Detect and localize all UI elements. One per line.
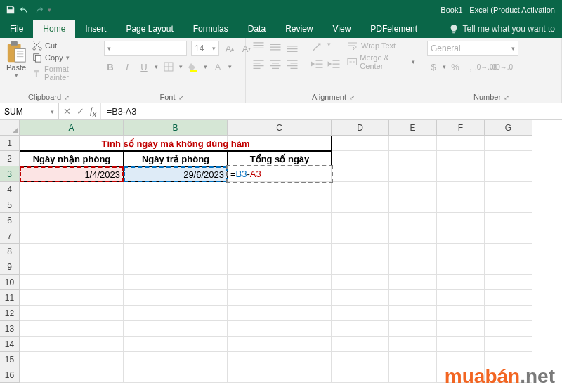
cell[interactable]: [228, 275, 332, 290]
row-header[interactable]: 7: [0, 228, 20, 244]
row-header[interactable]: 8: [0, 244, 20, 259]
align-center-icon[interactable]: [268, 58, 282, 70]
row-header[interactable]: 16: [0, 367, 20, 383]
column-header[interactable]: F: [437, 120, 485, 136]
cell[interactable]: [20, 259, 124, 275]
cell[interactable]: [332, 166, 389, 182]
row-header[interactable]: 14: [0, 337, 20, 352]
accounting-format-button[interactable]: $: [427, 60, 440, 73]
underline-button[interactable]: U: [138, 60, 150, 73]
cell-a3[interactable]: 1/4/2023: [20, 166, 124, 182]
cell[interactable]: [332, 136, 389, 151]
cell[interactable]: [437, 337, 485, 352]
cell[interactable]: [332, 213, 389, 228]
cell[interactable]: [485, 306, 532, 321]
tab-page-layout[interactable]: Page Layout: [116, 20, 183, 38]
cell[interactable]: [389, 367, 437, 383]
row-header[interactable]: 10: [0, 275, 20, 290]
row-header[interactable]: 3: [0, 166, 20, 182]
column-header[interactable]: A: [20, 120, 124, 136]
cell[interactable]: [437, 182, 485, 197]
increase-indent-icon[interactable]: [327, 58, 341, 70]
cell[interactable]: [332, 197, 389, 213]
cell[interactable]: [389, 306, 437, 321]
cell[interactable]: [389, 136, 437, 151]
cell[interactable]: [389, 182, 437, 197]
percent-format-button[interactable]: %: [449, 60, 462, 73]
cell[interactable]: [228, 367, 332, 383]
cell[interactable]: [437, 213, 485, 228]
decrease-indent-icon[interactable]: [311, 58, 325, 70]
cell[interactable]: [124, 228, 228, 244]
cell[interactable]: [228, 306, 332, 321]
cell[interactable]: [485, 197, 532, 213]
dialog-launcher-icon[interactable]: ⤢: [349, 93, 355, 101]
cell[interactable]: [20, 244, 124, 259]
cell-c3-editing[interactable]: =B3-A3: [228, 166, 332, 182]
cell[interactable]: [124, 259, 228, 275]
cell[interactable]: [332, 337, 389, 352]
cell[interactable]: [485, 259, 532, 275]
cell[interactable]: [124, 352, 228, 367]
cell[interactable]: [437, 228, 485, 244]
borders-button[interactable]: [162, 60, 175, 73]
column-header[interactable]: E: [389, 120, 437, 136]
tab-file[interactable]: File: [0, 20, 33, 38]
undo-icon[interactable]: [20, 5, 30, 15]
cell[interactable]: [437, 306, 485, 321]
align-top-icon[interactable]: [251, 41, 266, 53]
cell[interactable]: [332, 306, 389, 321]
cell[interactable]: [124, 290, 228, 306]
cell[interactable]: [332, 259, 389, 275]
dialog-launcher-icon[interactable]: ⤢: [178, 93, 184, 101]
cell[interactable]: [389, 337, 437, 352]
row-header[interactable]: 13: [0, 321, 20, 337]
tab-view[interactable]: View: [323, 20, 361, 38]
cell[interactable]: [437, 290, 485, 306]
cell[interactable]: [228, 228, 332, 244]
cell[interactable]: [124, 275, 228, 290]
cell[interactable]: [20, 306, 124, 321]
cell[interactable]: [485, 321, 532, 337]
cell[interactable]: [20, 228, 124, 244]
cell[interactable]: [389, 151, 437, 166]
name-box[interactable]: SUM▾: [0, 103, 59, 119]
cell[interactable]: [20, 197, 124, 213]
tab-pdfelement[interactable]: PDFelement: [360, 20, 427, 38]
cell[interactable]: [228, 352, 332, 367]
row-header[interactable]: 12: [0, 306, 20, 321]
cell[interactable]: [124, 337, 228, 352]
column-header[interactable]: B: [124, 120, 228, 136]
cell[interactable]: [437, 166, 485, 182]
cell[interactable]: [124, 367, 228, 383]
tab-formulas[interactable]: Formulas: [183, 20, 238, 38]
cell[interactable]: [332, 228, 389, 244]
cell[interactable]: [124, 213, 228, 228]
paste-button[interactable]: Paste ▾: [6, 41, 27, 91]
cell[interactable]: [485, 151, 532, 166]
header-cell[interactable]: Ngày trả phòng: [124, 151, 228, 166]
cell[interactable]: [20, 352, 124, 367]
cell[interactable]: [389, 197, 437, 213]
cell[interactable]: [485, 244, 532, 259]
header-cell[interactable]: Tổng số ngày: [228, 151, 332, 166]
column-header[interactable]: D: [332, 120, 389, 136]
cell[interactable]: [228, 337, 332, 352]
cell[interactable]: [332, 182, 389, 197]
cell[interactable]: [389, 352, 437, 367]
format-painter-button[interactable]: Format Painter: [32, 65, 92, 81]
row-header[interactable]: 5: [0, 197, 20, 213]
row-header[interactable]: 6: [0, 213, 20, 228]
cell[interactable]: [124, 306, 228, 321]
cell[interactable]: [20, 337, 124, 352]
tab-home[interactable]: Home: [33, 20, 75, 38]
cell-b3[interactable]: 29/6/2023: [124, 166, 228, 182]
formula-input[interactable]: =B3-A3: [101, 103, 562, 119]
number-format-combo[interactable]: General▾: [427, 41, 518, 56]
cell[interactable]: [485, 290, 532, 306]
row-header[interactable]: 11: [0, 290, 20, 306]
cell[interactable]: [332, 151, 389, 166]
cell[interactable]: [389, 275, 437, 290]
cell[interactable]: [485, 275, 532, 290]
cell[interactable]: [332, 352, 389, 367]
